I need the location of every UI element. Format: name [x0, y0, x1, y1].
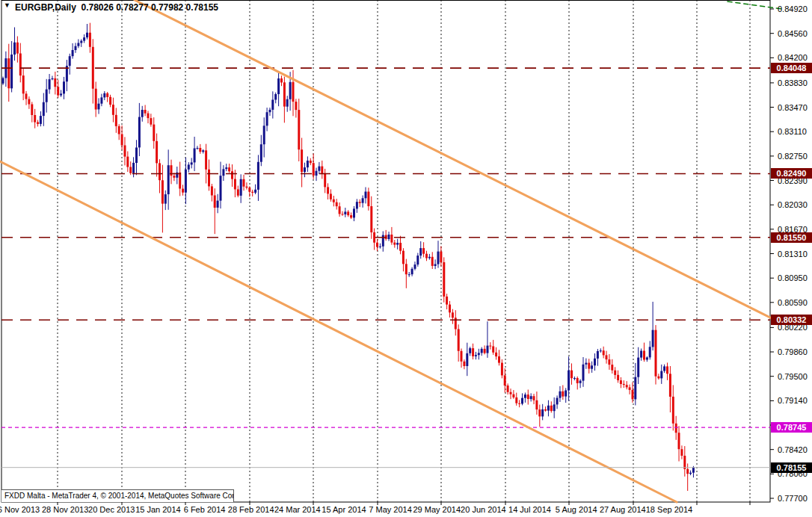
candle: [316, 168, 318, 182]
candle: [280, 75, 283, 86]
candle: [510, 388, 512, 399]
candle: [126, 152, 129, 173]
candle-body: [333, 199, 335, 202]
candle-body: [521, 398, 523, 404]
candle: [324, 169, 326, 194]
candle: [185, 158, 187, 205]
price-level-badge: 0.84048: [771, 63, 812, 73]
candle: [597, 349, 599, 366]
candle-body: [388, 235, 390, 239]
candle-body: [692, 468, 695, 473]
candle-body: [153, 125, 155, 141]
candle-body: [689, 473, 692, 474]
candle: [283, 77, 286, 123]
candle: [562, 386, 564, 400]
candle-body: [46, 90, 48, 102]
candle-body: [515, 397, 517, 403]
candle: [614, 367, 616, 379]
candle-body: [313, 163, 315, 176]
chart-title-ohlc: 0.78026 0.78277 0.77982 0.78155: [81, 2, 218, 13]
candle: [100, 94, 102, 107]
candle-body: [292, 82, 295, 102]
candle-body: [141, 110, 144, 117]
candle-body: [324, 173, 326, 188]
candle: [657, 374, 659, 380]
candle: [43, 93, 45, 126]
candle-body: [603, 350, 605, 355]
candle-body: [228, 167, 230, 171]
candle-body: [576, 378, 579, 383]
candle-body: [16, 43, 19, 54]
candle: [37, 120, 39, 127]
y-tick-label: 0.77700: [778, 494, 812, 503]
candle: [550, 401, 553, 412]
candle: [254, 185, 256, 194]
candle-body: [205, 150, 207, 170]
candle: [211, 184, 213, 202]
candle: [150, 114, 152, 126]
candle-body: [672, 397, 674, 424]
candle: [466, 343, 468, 377]
candle-body: [103, 93, 105, 98]
candle-body: [243, 179, 245, 187]
candle-body: [28, 99, 30, 105]
candle-body: [182, 189, 184, 193]
y-tick-label: 0.83110: [778, 127, 812, 136]
candle-body: [469, 348, 471, 353]
candle: [449, 301, 451, 318]
candle: [13, 28, 16, 61]
candle-body: [13, 43, 16, 55]
candlestick-plot[interactable]: [0, 0, 812, 517]
candle: [164, 191, 167, 210]
candle-body: [106, 93, 108, 97]
candle-body: [98, 104, 100, 110]
candle-body: [295, 102, 297, 110]
candle: [414, 261, 416, 270]
candle-body: [663, 366, 665, 371]
candle-body: [562, 391, 564, 397]
y-tick-label: 0.79860: [778, 347, 812, 356]
candle: [533, 394, 535, 404]
candle: [385, 230, 387, 241]
candle-body: [637, 358, 639, 377]
candle: [144, 105, 147, 117]
candle-body: [452, 312, 454, 318]
candle-body: [489, 346, 491, 347]
candle-body: [150, 118, 152, 125]
candle-body: [339, 206, 341, 214]
candle: [443, 257, 445, 302]
candle: [199, 144, 201, 154]
candle-body: [396, 243, 399, 245]
candle-body: [211, 186, 213, 195]
candle-body: [173, 176, 175, 178]
candle: [228, 164, 230, 173]
candle: [521, 393, 523, 405]
candle: [594, 353, 596, 371]
candle: [75, 43, 77, 52]
candle: [115, 108, 117, 132]
y-tick-label: 0.79500: [778, 372, 812, 381]
candle: [649, 341, 651, 359]
candle-body: [135, 148, 138, 164]
candle: [52, 76, 54, 81]
candle: [350, 212, 352, 219]
candle-body: [257, 162, 259, 190]
candle-body: [316, 171, 318, 176]
candle: [362, 196, 364, 208]
candle: [634, 363, 636, 406]
chart-dropdown-icon[interactable]: ▼: [4, 1, 10, 9]
candle-body: [478, 353, 480, 355]
candle-body: [611, 365, 613, 371]
candle-body: [646, 357, 648, 359]
candle: [472, 344, 474, 359]
candle: [365, 188, 367, 204]
candle: [7, 44, 10, 102]
candle-body: [643, 351, 645, 360]
candle: [347, 210, 349, 217]
candle-body: [472, 348, 474, 356]
candle: [156, 134, 158, 177]
candle-body: [251, 192, 253, 193]
candle-body: [501, 363, 503, 376]
candle: [524, 393, 526, 403]
candle-body: [240, 179, 242, 196]
